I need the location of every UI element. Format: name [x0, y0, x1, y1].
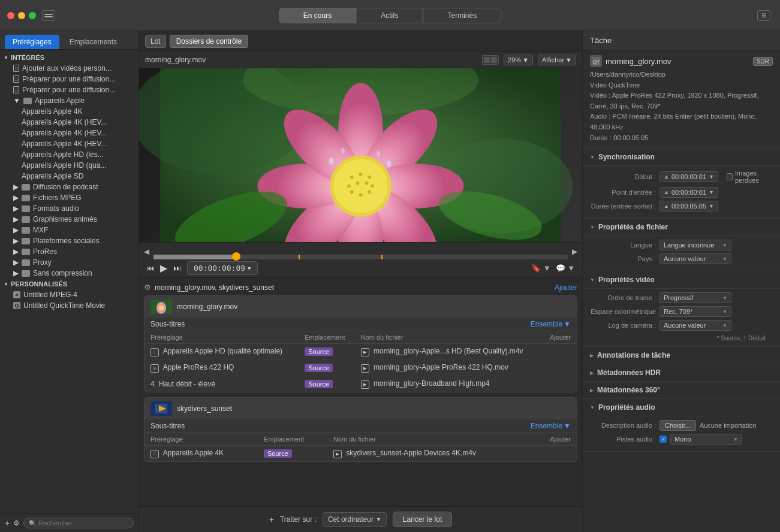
filename-cell: ▶ morning_glory-Broadband High.mp4: [355, 376, 542, 392]
scrubber-left-arrow[interactable]: ◀: [144, 247, 149, 256]
choisir-button[interactable]: Choisir...: [659, 420, 696, 431]
langue-dropdown[interactable]: Langue inconnue ▼: [659, 240, 731, 250]
subtitles-bar-2: Sous-titres Ensemble ▼: [144, 419, 577, 433]
sidebar-item-appareils-apple[interactable]: ▼ Appareils Apple: [0, 95, 138, 106]
stepper-up[interactable]: ▲: [664, 189, 669, 195]
search-label[interactable]: Rechercher: [38, 519, 73, 527]
tab-actifs[interactable]: Actifs: [356, 8, 423, 23]
ordre-trame-dropdown[interactable]: Progressif ▼: [659, 292, 731, 303]
triangle-sync: ▼: [590, 155, 595, 160]
group-icon: [22, 270, 30, 277]
list-item[interactable]: □ Ajouter aux vidéos person...: [0, 63, 138, 74]
sdr-badge: SDR: [753, 57, 773, 66]
stepper-down[interactable]: ▼: [709, 203, 714, 209]
timecode-display[interactable]: 00:00:00:09 ▼: [187, 261, 258, 275]
sidebar-item-mxf[interactable]: ▶ MXF: [0, 225, 138, 235]
log-camera-dropdown[interactable]: Aucune valeur ▼: [659, 320, 731, 331]
center-toolbar: Lot Dossiers de contrôle: [139, 31, 582, 52]
sidebar-item-mpeg[interactable]: ▶ Fichiers MPEG: [0, 192, 138, 203]
list-item[interactable]: Appareils Apple HD (les...: [0, 149, 138, 160]
sidebar-item-graphismes[interactable]: ▶ Graphismes animés: [0, 214, 138, 225]
lancer-lot-button[interactable]: Lancer le lot: [393, 512, 452, 527]
add-job-button[interactable]: +: [269, 515, 274, 524]
section-personnalises[interactable]: ▼ PERSONNALISÉS: [0, 279, 138, 289]
stepper-up[interactable]: ▲: [664, 203, 669, 209]
tab-prereglages[interactable]: Préréglages: [5, 35, 59, 49]
images-perdues-checkbox[interactable]: [727, 173, 733, 180]
output-table-1: Préréglage Emplacement Nom du fichier Aj…: [144, 331, 577, 392]
computer-selector[interactable]: Cet ordinateur ▼: [323, 512, 387, 527]
section-prop-fichier[interactable]: ▼ Propriétés de fichier: [583, 219, 780, 236]
list-item[interactable]: 4 Untitled MPEG-4: [0, 289, 138, 300]
espace-color-dropdown[interactable]: Rec. 709* ▼: [659, 306, 731, 317]
list-item[interactable]: □ Préparer pour une diffusion...: [0, 74, 138, 84]
skip-forward-button[interactable]: ⏭: [173, 264, 181, 273]
zoom-selector[interactable]: 29% ▼: [504, 55, 533, 65]
list-item[interactable]: Q Untitled QuickTime Movie: [0, 300, 138, 311]
pistes-dropdown[interactable]: Mono ▼: [670, 434, 742, 445]
debut-input[interactable]: ▲ 00:00:00:01 ▼: [659, 171, 718, 182]
stepper-down[interactable]: ▼: [709, 189, 714, 195]
add-preset-button[interactable]: +: [5, 518, 10, 528]
center-panel: Lot Dossiers de contrôle morning_glory.m…: [139, 31, 582, 532]
sidebar-item-audio[interactable]: ▶ Formats audio: [0, 203, 138, 214]
fullscreen-button[interactable]: [29, 12, 36, 19]
tab-termines[interactable]: Terminés: [423, 8, 502, 23]
list-item[interactable]: Appareils Apple 4K (HEV...: [0, 128, 138, 138]
chevron-down-icon: ▼: [248, 265, 251, 271]
sidebar-item-podcast[interactable]: ▶ Diffusion de podcast: [0, 182, 138, 192]
preview-filename: morning_glory.mov: [145, 56, 206, 64]
scrubber-bar[interactable]: [153, 255, 568, 259]
point-entree-input[interactable]: ▲ 00:00:00:01 ▼: [659, 187, 718, 198]
scrubber-area[interactable]: ◀ ▶: [139, 242, 582, 259]
dossiers-button[interactable]: Dossiers de contrôle: [170, 35, 248, 48]
scrubber-right-arrow[interactable]: ▶: [572, 247, 577, 256]
section-meta-360[interactable]: ▶ Métadonnées 360°: [583, 382, 780, 399]
tab-en-cours[interactable]: En cours: [279, 8, 356, 23]
section-meta-hdr[interactable]: ▶ Métadonnées HDR: [583, 364, 780, 382]
duree-input[interactable]: ▲ 00:00:05:05 ▼: [659, 201, 718, 211]
tab-emplacements[interactable]: Emplacements: [62, 35, 125, 49]
traffic-lights: [7, 12, 36, 19]
list-item[interactable]: Appareils Apple 4K (HEV...: [0, 117, 138, 128]
lot-button[interactable]: Lot: [145, 35, 166, 48]
pistes-checkbox[interactable]: ✓: [659, 436, 667, 443]
pays-dropdown[interactable]: Aucune valeur ▼: [659, 253, 731, 264]
section-synchronisation[interactable]: ▼ Synchronisation: [583, 149, 780, 166]
layout-icon[interactable]: ⊞: [757, 10, 770, 21]
list-item[interactable]: Appareils Apple HD (qua...: [0, 160, 138, 171]
list-item[interactable]: Appareils Apple SD: [0, 171, 138, 182]
gear-button[interactable]: ⚙: [13, 519, 20, 527]
comment-button[interactable]: 💬 ▼: [556, 264, 575, 273]
ensemble-button-1[interactable]: Ensemble ▼: [531, 320, 571, 328]
table-row: 4 Haut débit - élevé Source ▶ morning_gl…: [144, 376, 577, 392]
list-item[interactable]: □ Préparer pour une diffusion...: [0, 84, 138, 95]
ensemble-button-2[interactable]: Ensemble ▼: [531, 422, 571, 430]
ajouter-job-button[interactable]: Ajouter: [555, 283, 577, 292]
sidebar-item-sans-compression[interactable]: ▶ Sans compression: [0, 268, 138, 279]
play-button[interactable]: ▶: [160, 262, 167, 274]
section-integres[interactable]: ▼ INTÉGRÉS: [0, 52, 138, 63]
svg-point-23: [368, 190, 371, 194]
section-annotations[interactable]: ▶ Annotations de tâche: [583, 347, 780, 364]
close-button[interactable]: [7, 12, 14, 19]
section-prop-audio[interactable]: ▼ Propriétés audio: [583, 399, 780, 416]
sidebar-toggle-button[interactable]: [42, 10, 55, 21]
subtitles-bar-1: Sous-titres Ensemble ▼: [144, 318, 577, 331]
ordre-trame-label: Ordre de trame :: [590, 294, 656, 301]
list-item[interactable]: Appareils Apple 4K (HEV...: [0, 138, 138, 149]
skip-back-button[interactable]: ⏮: [146, 264, 154, 273]
bookmark-button[interactable]: 🔖 ▼: [531, 264, 550, 273]
sidebar-item-proxy[interactable]: ▶ Proxy: [0, 257, 138, 268]
scrubber-thumb[interactable]: [232, 252, 240, 261]
stepper-down[interactable]: ▼: [709, 174, 714, 180]
list-item[interactable]: Appareils Apple 4K: [0, 106, 138, 117]
sidebar-item-prores[interactable]: ▶ ProRes: [0, 246, 138, 257]
section-prop-video[interactable]: ▼ Propriétés vidéo: [583, 271, 780, 289]
sidebar-item-plateformes[interactable]: ▶ Plateformes sociales: [0, 235, 138, 246]
afficher-button[interactable]: Afficher ▼: [538, 55, 576, 65]
svg-text:QT: QT: [593, 59, 600, 65]
source-badge: Source: [264, 449, 292, 458]
stepper-up[interactable]: ▲: [664, 174, 669, 180]
minimize-button[interactable]: [18, 12, 25, 19]
